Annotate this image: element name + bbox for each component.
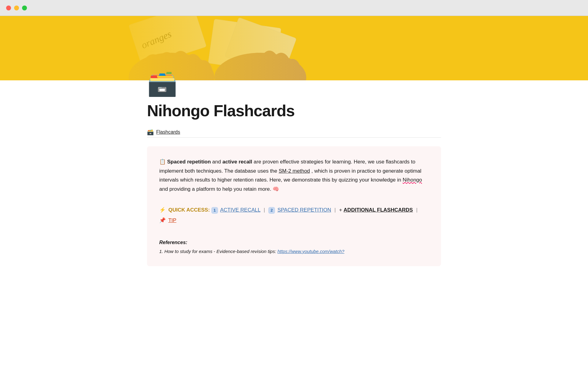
pin-icon: 📌 [159,217,166,223]
and-text: and [212,159,222,165]
sm2-link[interactable]: SM-2 method [279,168,310,174]
spaced-repetition-text: Spaced repetition [167,159,211,165]
lightning-icon: ⚡ [159,207,166,213]
active-recall-text: active recall [222,159,252,165]
reference-link-1[interactable]: https://www.youtube.com/watch? [277,249,344,254]
reference-item-1: 1. How to study for exams - Evidence-bas… [159,248,429,255]
close-button[interactable] [6,6,11,10]
minimize-button[interactable] [14,6,19,10]
intro-icon: 📋 [159,159,166,165]
references-title: References: [159,240,429,245]
active-recall-link[interactable]: ACTIVE RECALL [220,207,261,213]
nihongo-text: Nihongo [403,177,422,183]
plus-icon: + [339,207,344,213]
window-chrome [0,0,588,16]
hero-overlay [0,16,588,80]
breadcrumb-link[interactable]: Flashcards [156,129,180,135]
page-icon-area: 🗃️ [0,71,588,96]
badge-1: 1 [211,207,218,214]
page-icon: 🗃️ [147,70,178,97]
main-content: oranges 🗃️ [0,16,588,285]
info-card: 📋 Spaced repetition and active recall ar… [147,146,441,266]
badge-2: 2 [268,207,275,214]
reference-text-1: 1. How to study for exams - Evidence-bas… [159,249,277,254]
pipe-3: | [416,207,417,213]
pipe-1: | [264,207,266,213]
maximize-button[interactable] [22,6,27,10]
quick-access-label: QUICK ACCESS: [168,207,210,213]
page-title: Nihongo Flashcards [147,102,441,120]
spaced-repetition-link[interactable]: SPACED REPETITION [277,207,331,213]
info-text: 📋 Spaced repetition and active recall ar… [159,157,429,194]
breadcrumb-bar: 🗃️ Flashcards [147,129,441,138]
body-text-3: and providing a platform to help you ret… [159,186,279,192]
tip-link[interactable]: TIP [168,217,176,223]
pipe-2: | [334,207,337,213]
content-area: Nihongo Flashcards 🗃️ Flashcards 📋 Space… [0,96,588,285]
references-section: References: 1. How to study for exams - … [159,237,429,255]
additional-flashcards-link[interactable]: ADDITIONAL FLASHCARDS [344,207,413,213]
hero-banner: oranges [0,16,588,80]
breadcrumb-icon: 🗃️ [147,129,154,136]
quick-access: ⚡ QUICK ACCESS: 1 ACTIVE RECALL | 2 SPAC… [159,205,429,226]
